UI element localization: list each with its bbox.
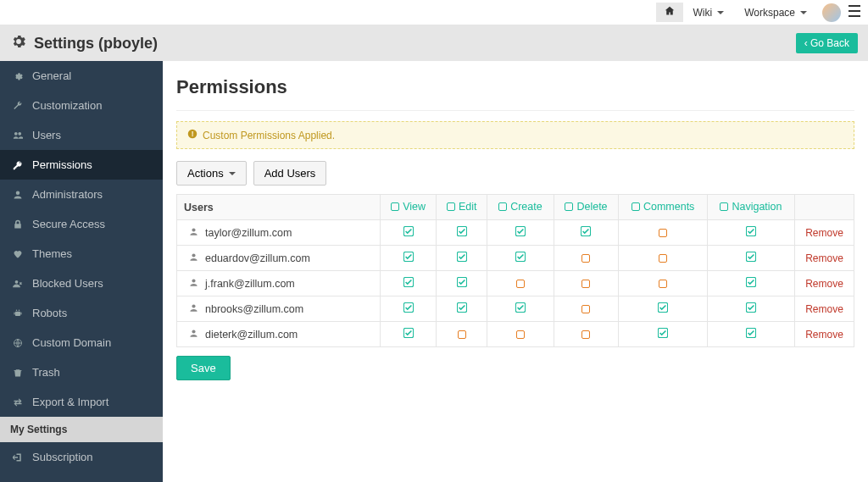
sidebar-item-export-import[interactable]: Export & Import — [0, 387, 163, 417]
checkbox-checked-icon — [457, 226, 467, 236]
header-title: Settings (pboyle) — [34, 35, 158, 53]
svg-text:!: ! — [192, 130, 194, 138]
col-create[interactable]: Create — [487, 195, 554, 220]
heart-icon — [12, 249, 24, 259]
perm-view[interactable] — [381, 246, 437, 271]
sidebar-item-themes[interactable]: Themes — [0, 239, 163, 269]
sidebar-item-subscription[interactable]: Subscription — [0, 442, 163, 472]
perm-edit[interactable] — [437, 296, 487, 322]
checkbox-unchecked-icon — [581, 330, 590, 339]
perm-navigation[interactable] — [707, 271, 794, 296]
perm-edit[interactable] — [437, 271, 487, 296]
svg-point-18 — [192, 253, 195, 257]
wrench-icon — [12, 101, 24, 111]
user-cell: eduardov@zillum.com — [177, 246, 381, 271]
sidebar-item-secure-access[interactable]: Secure Access — [0, 209, 163, 239]
user-icon — [189, 278, 198, 290]
remove-link[interactable]: Remove — [805, 252, 843, 264]
col-edit[interactable]: Edit — [437, 195, 487, 220]
user-email: dieterk@zillum.com — [205, 329, 298, 341]
sidebar-item-customization[interactable]: Customization — [0, 91, 163, 120]
perm-navigation[interactable] — [707, 296, 794, 322]
page-title: Permissions — [176, 76, 854, 98]
perm-view[interactable] — [381, 296, 437, 322]
checkbox-checked-icon — [457, 277, 467, 287]
userx-icon — [12, 279, 24, 289]
perm-view[interactable] — [381, 271, 437, 296]
avatar[interactable] — [822, 3, 841, 22]
user-icon — [189, 303, 198, 315]
perm-create[interactable] — [487, 220, 554, 246]
perm-delete[interactable] — [554, 246, 619, 271]
sidebar-item-custom-domain[interactable]: Custom Domain — [0, 328, 163, 357]
perm-edit[interactable] — [437, 322, 487, 347]
col-navigation[interactable]: Navigation — [707, 195, 794, 220]
hamburger-menu[interactable] — [848, 5, 861, 19]
sidebar-item-label: Custom Domain — [32, 336, 111, 349]
user-icon — [189, 227, 198, 239]
workspace-menu[interactable]: Workspace — [734, 3, 817, 22]
perm-navigation[interactable] — [707, 220, 794, 246]
perm-delete[interactable] — [554, 296, 619, 322]
sidebar-item-label: Administrators — [32, 188, 103, 201]
col-view[interactable]: View — [381, 195, 437, 220]
col-comments[interactable]: Comments — [619, 195, 708, 220]
col-delete[interactable]: Delete — [554, 195, 619, 220]
remove-link[interactable]: Remove — [805, 278, 843, 290]
perm-comments[interactable] — [619, 271, 708, 296]
perm-create[interactable] — [487, 296, 554, 322]
perm-create[interactable] — [487, 322, 554, 347]
home-icon — [665, 6, 675, 19]
sidebar-item-robots[interactable]: Robots — [0, 298, 163, 328]
svg-point-27 — [192, 304, 195, 307]
sidebar-item-label: Export & Import — [32, 396, 108, 408]
sidebar-item-label: Customization — [32, 99, 102, 112]
perm-comments[interactable] — [619, 322, 708, 347]
user-email: taylor@zillum.com — [205, 227, 292, 239]
svg-rect-7 — [14, 312, 15, 314]
perm-delete[interactable] — [554, 220, 619, 246]
checkbox-icon — [391, 202, 399, 211]
perm-comments[interactable] — [619, 246, 708, 271]
checkbox-icon — [632, 202, 640, 211]
perm-navigation[interactable] — [707, 246, 794, 271]
toolbar: Actions Add Users — [176, 161, 854, 186]
wiki-menu[interactable]: Wiki — [683, 3, 735, 22]
sidebar-item-permissions[interactable]: Permissions — [0, 150, 163, 180]
perm-edit[interactable] — [437, 220, 487, 246]
sidebar-item-trash[interactable]: Trash — [0, 357, 163, 387]
perm-comments[interactable] — [619, 220, 708, 246]
add-users-button[interactable]: Add Users — [253, 161, 327, 186]
actions-button[interactable]: Actions — [176, 161, 247, 186]
svg-point-1 — [18, 131, 21, 135]
user-cell: taylor@zillum.com — [177, 220, 381, 246]
perm-delete[interactable] — [554, 271, 619, 296]
checkbox-checked-icon — [403, 277, 414, 287]
sidebar-section-mysettings: My Settings — [0, 417, 163, 442]
perm-view[interactable] — [381, 322, 437, 347]
sidebar-item-label: Robots — [32, 307, 67, 319]
perm-edit[interactable] — [437, 246, 487, 271]
perm-create[interactable] — [487, 271, 554, 296]
chevron-left-icon: ‹ — [804, 37, 810, 49]
perm-comments[interactable] — [619, 296, 708, 322]
goback-button[interactable]: ‹ Go Back — [796, 33, 858, 53]
sidebar-item-general[interactable]: General — [0, 61, 163, 91]
svg-point-5 — [16, 309, 18, 311]
user-icon — [12, 190, 24, 200]
user-cell: dieterk@zillum.com — [177, 322, 381, 347]
home-button[interactable] — [656, 3, 683, 22]
sidebar-item-administrators[interactable]: Administrators — [0, 180, 163, 209]
perm-navigation[interactable] — [707, 322, 794, 347]
remove-link[interactable]: Remove — [805, 227, 843, 239]
perm-delete[interactable] — [554, 322, 619, 347]
checkbox-icon — [447, 202, 455, 211]
sidebar-item-users[interactable]: Users — [0, 120, 163, 150]
remove-link[interactable]: Remove — [805, 303, 843, 315]
perm-create[interactable] — [487, 246, 554, 271]
sidebar-item-blocked-users[interactable]: Blocked Users — [0, 269, 163, 298]
notice-banner: ! Custom Permissions Applied. — [176, 121, 854, 149]
remove-link[interactable]: Remove — [805, 329, 843, 341]
perm-view[interactable] — [381, 220, 437, 246]
save-button[interactable]: Save — [176, 356, 231, 380]
